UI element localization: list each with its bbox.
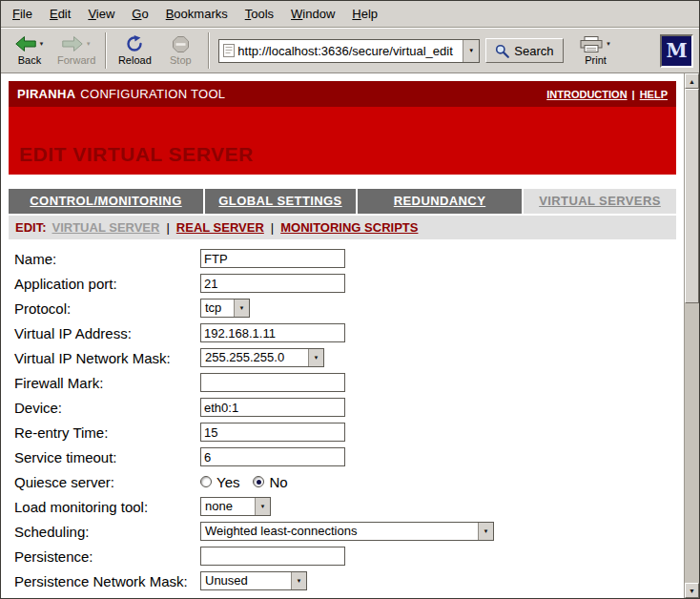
subnav-separator: |: [166, 220, 169, 235]
firewall-mark-input[interactable]: [200, 373, 345, 392]
field-label: Firewall Mark:: [9, 375, 200, 391]
chevron-down-icon: ▼: [291, 572, 306, 589]
tab-virtual-servers[interactable]: VIRTUAL SERVERS: [524, 189, 676, 214]
subnav-monitoring-scripts-link[interactable]: MONITORING SCRIPTS: [280, 220, 418, 235]
back-button[interactable]: ▼ Back: [7, 30, 52, 72]
form-row-application-port: Application port:: [9, 271, 676, 296]
form-row-protocol: Protocol: tcp ▼: [9, 296, 676, 320]
form-row-firewall-mark: Firewall Mark:: [9, 370, 676, 395]
menu-bookmarks[interactable]: Bookmarks: [157, 1, 237, 27]
field-label: Virtual IP Network Mask:: [9, 350, 200, 366]
reentry-time-input[interactable]: [200, 423, 345, 442]
form-row-persistence-netmask: Persistence Network Mask: Unused ▼: [9, 568, 676, 593]
field-label: Persistence:: [9, 548, 200, 565]
edit-subnav: EDIT:VIRTUAL SERVER|REAL SERVER|MONITORI…: [9, 216, 676, 239]
print-label: Print: [585, 54, 607, 66]
chevron-down-icon: ▼: [255, 498, 270, 515]
menu-window[interactable]: Window: [282, 1, 343, 27]
stop-icon: [173, 36, 189, 52]
url-input[interactable]: http://localhost:3636/secure/virtual_edi…: [235, 44, 463, 58]
reload-button[interactable]: Reload: [112, 30, 157, 72]
menu-view[interactable]: View: [79, 1, 123, 27]
help-link[interactable]: HELP: [640, 89, 668, 100]
menu-bar: File Edit View Go Bookmarks Tools Window…: [1, 1, 699, 28]
form-row-reentry-time: Re-entry Time:: [9, 420, 676, 444]
page-title: EDIT VIRTUAL SERVER: [19, 143, 254, 166]
field-label: Service timeout:: [9, 449, 200, 465]
menu-file[interactable]: File: [4, 1, 41, 27]
toolbar-separator: [105, 32, 107, 69]
subnav-real-server-link[interactable]: REAL SERVER: [176, 220, 264, 235]
print-icon: [580, 36, 603, 52]
header-link-separator: |: [632, 89, 635, 100]
menu-tools[interactable]: Tools: [237, 1, 282, 27]
back-dropdown-icon[interactable]: ▼: [39, 41, 45, 47]
chevron-down-icon: ▼: [468, 48, 474, 53]
form-row-virtual-ip: Virtual IP Address:: [9, 320, 676, 345]
scrollbar-track[interactable]: [685, 89, 699, 583]
forward-label: Forward: [57, 54, 95, 66]
virtual-server-form: Name: Application port: Protocol: tcp ▼ …: [9, 246, 676, 593]
url-bar[interactable]: http://localhost:3636/secure/virtual_edi…: [218, 39, 480, 63]
field-label: Application port:: [9, 276, 200, 292]
chevron-down-icon: ▼: [308, 349, 323, 366]
persistence-input[interactable]: [200, 547, 345, 566]
print-button[interactable]: ▼ Print: [573, 30, 619, 72]
mozilla-throbber-icon[interactable]: M: [660, 34, 693, 68]
field-label: Protocol:: [9, 300, 200, 317]
search-icon: [495, 44, 509, 58]
quiesce-yes-radio[interactable]: Yes: [200, 474, 239, 490]
quiesce-no-radio[interactable]: No: [253, 474, 287, 490]
protocol-select[interactable]: tcp ▼: [200, 299, 250, 318]
tab-redundancy[interactable]: REDUNDANCY: [358, 189, 522, 214]
persistence-netmask-select[interactable]: Unused ▼: [200, 571, 307, 590]
forward-icon: [62, 36, 83, 52]
chevron-down-icon: ▼: [478, 523, 493, 540]
subnav-virtual-server: VIRTUAL SERVER: [52, 220, 160, 235]
chevron-down-icon: ▼: [234, 300, 249, 317]
subnav-separator: |: [271, 220, 274, 235]
form-row-name: Name:: [9, 246, 676, 271]
page-content: PIRANHACONFIGURATION TOOL INTRODUCTION |…: [1, 73, 684, 598]
print-dropdown-icon[interactable]: ▼: [606, 41, 611, 47]
vertical-scrollbar[interactable]: ▲ ▼: [684, 73, 699, 598]
tab-control-monitoring[interactable]: CONTROL/MONITORING: [9, 189, 203, 214]
reload-label: Reload: [118, 54, 152, 66]
reload-icon: [126, 35, 143, 52]
scroll-down-button[interactable]: ▼: [685, 583, 699, 598]
form-row-service-timeout: Service timeout:: [9, 444, 676, 469]
back-label: Back: [18, 54, 41, 66]
field-label: Re-entry Time:: [9, 424, 200, 441]
introduction-link[interactable]: INTRODUCTION: [546, 89, 627, 100]
scheduling-select[interactable]: Weighted least-connections ▼: [200, 522, 494, 541]
application-port-input[interactable]: [200, 274, 345, 293]
app-title: PIRANHACONFIGURATION TOOL: [17, 87, 225, 101]
field-label: Load monitoring tool:: [9, 499, 200, 515]
scrollbar-thumb[interactable]: [685, 89, 699, 303]
stop-label: Stop: [170, 54, 192, 66]
url-history-dropdown[interactable]: ▼: [463, 40, 479, 62]
field-label: Scheduling:: [9, 524, 200, 540]
scroll-up-button[interactable]: ▲: [685, 73, 699, 89]
menu-edit[interactable]: Edit: [41, 1, 79, 27]
search-label: Search: [514, 44, 553, 58]
search-button[interactable]: Search: [485, 38, 563, 63]
form-row-vip-netmask: Virtual IP Network Mask: 255.255.255.0 ▼: [9, 345, 676, 370]
field-label: Persistence Network Mask:: [9, 573, 200, 589]
vip-netmask-select[interactable]: 255.255.255.0 ▼: [200, 348, 324, 367]
back-icon: [15, 36, 36, 52]
name-input[interactable]: [200, 249, 345, 268]
device-input[interactable]: [200, 398, 345, 417]
forward-button[interactable]: ▼ Forward: [52, 30, 100, 72]
menu-go[interactable]: Go: [123, 1, 156, 27]
subnav-prefix: EDIT:: [15, 220, 47, 235]
load-monitoring-select[interactable]: none ▼: [200, 497, 271, 516]
service-timeout-input[interactable]: [200, 447, 345, 466]
stop-button[interactable]: Stop: [157, 30, 203, 72]
menu-help[interactable]: Help: [343, 1, 386, 27]
virtual-ip-input[interactable]: [200, 323, 345, 342]
form-row-persistence: Persistence:: [9, 544, 676, 568]
field-label: Quiesce server:: [9, 474, 200, 490]
radio-checked-icon: [253, 476, 264, 487]
tab-global-settings[interactable]: GLOBAL SETTINGS: [205, 189, 356, 214]
